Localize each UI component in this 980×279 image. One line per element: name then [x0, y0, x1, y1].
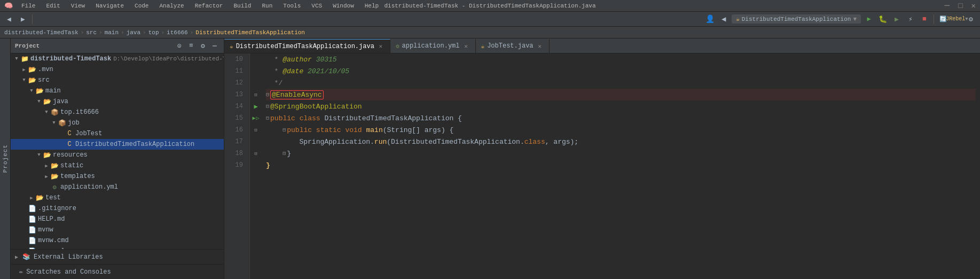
fold-icon-18[interactable]: ⊟	[254, 151, 257, 157]
settings-button[interactable]: ⚙	[965, 13, 977, 25]
menu-tools[interactable]: Tools	[281, 2, 303, 10]
tree-item-gitignore[interactable]: 📄 .gitignore	[11, 203, 224, 214]
code-fold-15: ⊟	[266, 115, 269, 121]
breadcrumb-it6666[interactable]: it6666	[167, 29, 188, 36]
profile-icon[interactable]: 👤	[704, 13, 716, 25]
sidebar-filter-icon[interactable]: ⚙	[198, 41, 208, 51]
tree-label-job: job	[68, 119, 80, 127]
breadcrumb-project[interactable]: distributed-TimedTask	[4, 29, 79, 36]
run-icon-15b[interactable]: ▷	[256, 115, 260, 121]
minimize-button[interactable]: ─	[945, 1, 950, 11]
toolbar-back-btn[interactable]: ◀	[3, 13, 15, 25]
tree-item-mvnwcmd[interactable]: 📄 mvnw.cmd	[11, 235, 224, 246]
tree-arrow-mvn: ▶	[20, 67, 28, 73]
menu-analyze[interactable]: Analyze	[157, 2, 186, 10]
breadcrumb-sep-6: ›	[190, 29, 194, 36]
tree-label-helpmd: HELP.md	[38, 215, 65, 223]
run-config-selector[interactable]: ☕ DistributedTimedTaskApplication ▼	[732, 14, 861, 24]
sidebar-scope-icon[interactable]: ⊙	[175, 41, 184, 51]
line-number-gutter: 10 11 12 13 14 15 16 17 18 19	[224, 53, 250, 279]
jrebel-button[interactable]: JRebel ▼	[951, 13, 963, 25]
debug-button[interactable]: 🐛	[877, 13, 889, 25]
tab-label-jobtest: JobTest.java	[487, 42, 533, 50]
tab-jobtest[interactable]: ☕ JobTest.java ✕	[476, 39, 550, 53]
breadcrumb-java[interactable]: java	[127, 29, 140, 36]
breadcrumb-top[interactable]: top	[148, 29, 159, 36]
gutter-icon-10	[250, 53, 262, 65]
toolbar-forward-btn[interactable]: ▶	[17, 13, 29, 25]
sidebar-external-libraries[interactable]: ▶ 📚 External Libraries	[11, 249, 224, 264]
run-back-btn[interactable]: ◀	[718, 13, 730, 25]
tree-item-test[interactable]: ▶ 📂 test	[11, 192, 224, 203]
profile-run-button[interactable]: ⚡	[905, 13, 916, 25]
breadcrumb-sep-4: ›	[143, 29, 146, 36]
tab-close-appyml[interactable]: ✕	[462, 42, 470, 50]
tree-item-static[interactable]: ▶ 📂 static	[11, 160, 224, 171]
tab-label-dtapp: DistributedTimedTaskApplication.java	[236, 43, 374, 50]
sidebar-scratches[interactable]: ✏️ Scratches and Consoles	[11, 264, 224, 279]
tree-item-java-dir[interactable]: ▼ 📂 java	[11, 96, 224, 107]
tree-item-dtapp[interactable]: C DistributedTimedTaskApplication	[11, 139, 224, 150]
gutter-icon-12	[250, 77, 262, 89]
code-text-12: */	[266, 79, 283, 87]
code-line-10: * @author 30315	[266, 53, 976, 65]
tree-item-jobtest[interactable]: C JobTest	[11, 128, 224, 139]
tab-close-jobtest[interactable]: ✕	[536, 42, 544, 50]
sidebar-collapse-icon[interactable]: ≡	[186, 41, 196, 51]
code-content[interactable]: * @author 30315 * @date 2021/10/05 */ ⊟@…	[262, 53, 980, 279]
tree-item-main[interactable]: ▼ 📂 main	[11, 86, 224, 96]
menu-build[interactable]: Build	[231, 2, 253, 10]
code-editor: 10 11 12 13 14 15 16 17 18 19 ⊟	[224, 53, 980, 279]
tree-item-helpmd[interactable]: 📄 HELP.md	[11, 214, 224, 224]
menu-navigate[interactable]: Navigate	[93, 2, 126, 10]
tab-dtapp[interactable]: ☕ DistributedTimedTaskApplication.java ✕	[224, 39, 390, 53]
code-kw-class-15: class	[300, 114, 325, 122]
run-icon-14[interactable]: ▶	[254, 103, 257, 111]
tab-label-appyml: application.yml	[402, 42, 460, 50]
menu-file[interactable]: File	[19, 2, 37, 10]
stop-button[interactable]: ■	[919, 13, 930, 25]
tree-item-src[interactable]: ▼ 📂 src	[11, 75, 224, 86]
project-panel-tab[interactable]: Project	[0, 38, 11, 279]
fold-icon-16[interactable]: ⊟	[254, 127, 257, 133]
menu-code[interactable]: Code	[132, 2, 151, 10]
run-button[interactable]: ▶	[863, 13, 875, 25]
menu-run[interactable]: Run	[260, 2, 275, 10]
extlib-icon: 📚	[22, 253, 30, 261]
gutter-icon-19	[250, 159, 262, 171]
menu-refactor[interactable]: Refactor	[193, 2, 225, 10]
tab-close-dtapp[interactable]: ✕	[377, 43, 385, 50]
tree-item-job[interactable]: ▼ 📦 job	[11, 118, 224, 128]
breadcrumb-class[interactable]: DistributedTimedTaskApplication	[195, 29, 305, 36]
sidebar-gear-icon[interactable]: ⋯	[210, 41, 219, 51]
tree-item-appyml[interactable]: ⚙ application.yml	[11, 182, 224, 192]
code-param-17b: , args);	[545, 138, 578, 146]
tree-item-mvnw[interactable]: 📄 mvnw	[11, 224, 224, 235]
tree-item-package[interactable]: ▼ 📦 top.it6666	[11, 107, 224, 118]
tree-arrow-static: ▶	[43, 163, 50, 169]
maximize-button[interactable]: □	[958, 2, 962, 10]
menu-edit[interactable]: Edit	[44, 2, 62, 10]
breadcrumb-main[interactable]: main	[105, 29, 119, 36]
menu-view[interactable]: View	[69, 2, 87, 10]
coverage-button[interactable]: ▶	[891, 13, 903, 25]
sidebar-title: Project	[15, 43, 40, 49]
jrebel-label: JRebel	[946, 16, 965, 22]
tree-item-root[interactable]: ▼ 📁 distributed-TimedTask D:\Develop\Ide…	[11, 53, 224, 64]
close-button[interactable]: ✕	[971, 1, 976, 10]
tree-item-templates[interactable]: ▶ 📂 templates	[11, 171, 224, 182]
breadcrumb-src[interactable]: src	[86, 29, 97, 36]
code-line-16: ⊟public static void main(String[] args) …	[266, 124, 976, 136]
tree-item-resources[interactable]: ▼ 📂 resources	[11, 150, 224, 160]
tree-item-mvn[interactable]: ▶ 📂 .mvn	[11, 64, 224, 75]
menu-vcs[interactable]: VCS	[309, 2, 324, 10]
code-annotation-14: @SpringBootApplication	[270, 103, 362, 111]
scratches-icon: ✏️	[19, 268, 23, 276]
menu-help[interactable]: Help	[363, 2, 381, 10]
tab-appyml[interactable]: ⚙ application.yml ✕	[390, 39, 476, 53]
menu-bar: 🧠 File Edit View Navigate Code Analyze R…	[4, 2, 381, 10]
fold-icon-13[interactable]: ⊟	[254, 92, 257, 98]
extlib-label: External Libraries	[34, 253, 103, 261]
run-icon-15a[interactable]: ▶	[252, 115, 255, 121]
menu-window[interactable]: Window	[331, 2, 356, 10]
